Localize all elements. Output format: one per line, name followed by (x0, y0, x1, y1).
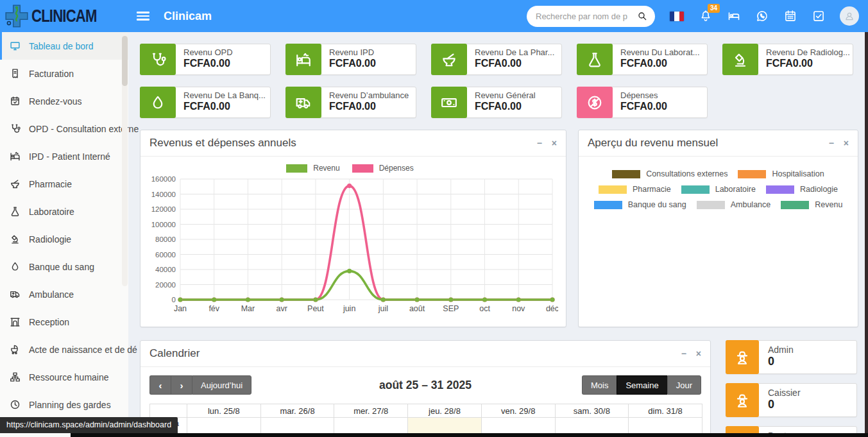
user-plain-icon (844, 11, 855, 21)
calendar-panel: Calendrier −× août 25 – 31 2025 ‹ › Aujo… (140, 340, 711, 437)
sidebar-item-label: Reception (29, 317, 69, 327)
sidebar-item-label: Pharmacie (29, 179, 72, 189)
user-avatar[interactable] (840, 6, 859, 26)
france-flag-icon[interactable] (670, 12, 684, 21)
calendar-day-header: lun. 25/8 (187, 404, 261, 418)
calendar-day-header: mer. 27/8 (334, 404, 408, 418)
sidebar-item-label: Planning des gardes (29, 400, 111, 410)
legend-label: Dépenses (379, 164, 414, 173)
panel-title: Calendrier (149, 347, 200, 360)
stat-card-label: Revenu De La Banq... (183, 90, 270, 100)
whatsapp-icon[interactable] (755, 10, 769, 23)
bed-icon[interactable] (727, 10, 740, 23)
sitemap-icon (10, 372, 21, 382)
bed-icon (728, 10, 740, 22)
sidebar-item-label: Banque du sang (29, 262, 94, 272)
calendar-toolbar: août 25 – 31 2025 ‹ › Aujourd’hui MoisSe… (140, 367, 710, 402)
user-card-label: Caissier (768, 388, 801, 398)
sidebar-item-facturation[interactable]: Facturation (0, 60, 128, 87)
legend-label: Laboratoire (715, 185, 756, 194)
calendar-view-mois-button[interactable]: Mois (582, 375, 617, 395)
stat-card-value: FCFA0.00 (475, 58, 561, 69)
dollar-crossed-icon (586, 94, 603, 111)
calendar-next-button[interactable]: › (171, 375, 192, 395)
legend-label: Banque du sang (628, 200, 686, 209)
stat-card-icon-box (285, 44, 321, 75)
svg-text:20000: 20000 (155, 281, 176, 289)
patient-search (527, 6, 655, 27)
close-icon[interactable]: × (696, 349, 701, 358)
stat-card-label: Revenu Du Laborat... (620, 47, 707, 57)
brand-logo[interactable]: CLINICAM (0, 0, 128, 32)
sidebar-item-acte-de-naissance-et-de-d[interactable]: Acte de naissance et de dé (0, 336, 128, 363)
calendar-prev-button[interactable]: ‹ (149, 375, 171, 395)
search-input[interactable] (536, 12, 633, 21)
stat-cards-row-1: Revenu OPDFCFA0.00Revenu IPDFCFA0.00Reve… (140, 44, 868, 75)
whatsapp-icon (756, 10, 769, 22)
bed-patient-icon (10, 151, 21, 162)
legend-item: Radiologie (766, 185, 838, 194)
bell-icon[interactable]: 34 (699, 10, 712, 23)
close-icon[interactable]: × (844, 139, 849, 148)
main-content: Revenu OPDFCFA0.00Revenu IPDFCFA0.00Reve… (128, 32, 868, 437)
sidebar-item-ambulance[interactable]: Ambulance (0, 280, 128, 308)
sidebar-scrollbar-thumb[interactable] (122, 36, 128, 86)
stat-card-revenu-du-laborat: Revenu Du Laborat...FCFA0.00 (577, 44, 708, 75)
calendar-today-button[interactable]: Aujourd’hui (192, 375, 251, 395)
menu-toggle-icon[interactable] (137, 12, 149, 21)
legend-label: Radiologie (800, 185, 838, 194)
stethoscope-icon (149, 51, 166, 68)
sidebar-item-pharmacie[interactable]: Pharmacie (0, 170, 128, 198)
minimize-icon[interactable]: − (681, 349, 686, 358)
stat-card-label: Revenu OPD (183, 47, 270, 57)
search-icon[interactable] (637, 11, 647, 21)
calendar-view-semaine-button[interactable]: Semaine (617, 375, 667, 395)
minimize-icon[interactable]: − (537, 139, 542, 148)
user-card-icon-box (726, 383, 759, 417)
baby-carriage-icon (10, 344, 21, 355)
microscope-icon (10, 234, 21, 244)
money-bill-icon (441, 94, 457, 111)
sidebar-item-ipd-patient-intern[interactable]: IPD - Patient Interné (0, 142, 128, 170)
sidebar-item-opd-consultation-externe[interactable]: OPD - Consultation externe (0, 115, 128, 142)
annual-revenue-chart: RevenuDépenses02000040000600008000010000… (140, 164, 566, 325)
minimize-icon[interactable]: − (829, 139, 834, 148)
svg-text:80000: 80000 (155, 236, 176, 243)
sidebar-item-radiologie[interactable]: Radiologie (0, 225, 128, 253)
calendar-day-header: ven. 29/8 (481, 404, 555, 418)
calendar-view-jour-button[interactable]: Jour (667, 375, 701, 395)
sidebar-item-label: Laboratoire (29, 207, 74, 217)
sidebar-item-ressource-humaine[interactable]: Ressource humaine (0, 363, 128, 391)
stat-card-value: FCFA0.00 (183, 101, 270, 112)
sidebar-item-banque-du-sang[interactable]: Banque du sang (0, 253, 128, 280)
close-icon[interactable]: × (552, 139, 557, 148)
stat-card-icon-box (577, 87, 613, 118)
legend-label: Consultations externes (646, 169, 728, 178)
sidebar-item-tableau-de-bord[interactable]: Tableau de bord (0, 32, 128, 60)
monthly-overview-panel: Aperçu du revenu mensuel −× Consultation… (578, 130, 858, 327)
ambulance-icon (10, 289, 21, 300)
calendar-icon[interactable] (783, 10, 797, 23)
sidebar-item-label: IPD - Patient Interné (29, 151, 110, 162)
stat-card-icon-box (577, 44, 613, 75)
sidebar-scrollbar[interactable] (122, 35, 128, 286)
clinicam-dashboard: CLINICAM Clinicam 34 Tableau de bordFact… (0, 0, 868, 437)
sidebar-item-laboratoire[interactable]: Laboratoire (0, 198, 128, 225)
svg-text:oct: oct (479, 304, 490, 313)
tasks-icon[interactable] (812, 10, 825, 23)
svg-text:Peut: Peut (307, 304, 324, 313)
check-square-icon (812, 10, 825, 22)
legend-label: Revenu (313, 164, 339, 173)
sidebar-item-planning-des-gardes[interactable]: Planning des gardes (0, 391, 128, 418)
mortar-icon (441, 51, 457, 68)
sidebar-item-reception[interactable]: Reception (0, 308, 128, 336)
sidebar-item-label: Facturation (29, 69, 74, 79)
legend-label: Hospitalisation (772, 169, 824, 178)
sidebar-item-rendez-vous[interactable]: Rendez-vous (0, 87, 128, 115)
stat-card-revenu-de-la-banq: Revenu De La Banq...FCFA0.00 (140, 87, 271, 118)
svg-text:SEP: SEP (443, 304, 459, 313)
sidebar-item-label: Acte de naissance et de dé (29, 345, 137, 355)
mortar-icon (10, 178, 21, 189)
legend-swatch (612, 170, 640, 178)
svg-text:100000: 100000 (151, 221, 176, 228)
